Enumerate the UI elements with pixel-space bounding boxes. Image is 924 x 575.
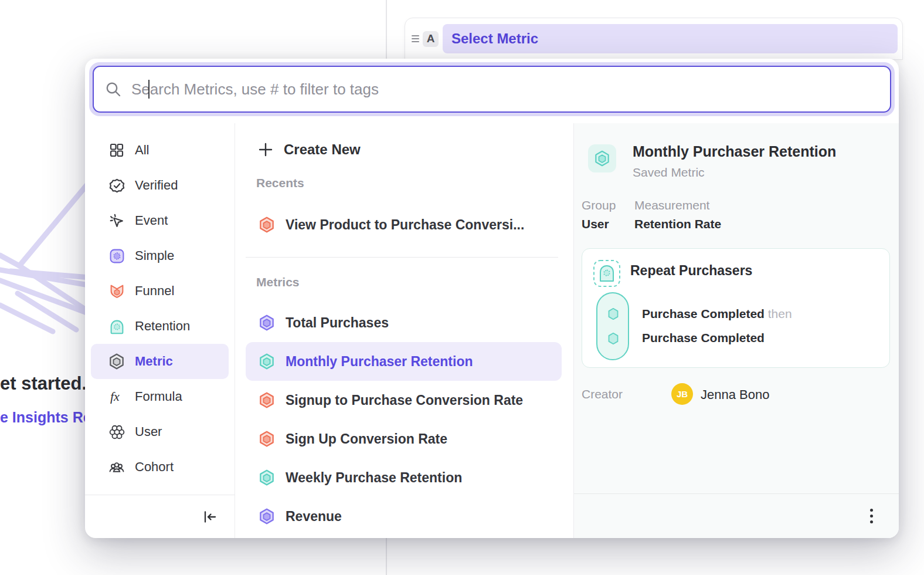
insights-report-link[interactable]: e Insights Re: [0, 409, 91, 426]
sidebar-item-verified[interactable]: Verified: [91, 168, 229, 203]
creator-name: Jenna Bono: [701, 387, 769, 402]
metric-item-total-purchases[interactable]: Total Purchases: [246, 303, 562, 342]
detail-subtitle: Saved Metric: [633, 165, 705, 180]
sidebar-item-label: Simple: [135, 248, 174, 263]
sidebar-item-formula[interactable]: fx Formula: [91, 379, 229, 414]
sidebar-item-label: Funnel: [135, 283, 174, 299]
metric-definition-card: Repeat Purchasers Purchase Completed the…: [582, 248, 890, 368]
sidebar-item-label: User: [135, 424, 162, 439]
select-metric-label: Select Metric: [451, 31, 538, 47]
metric-picker-modal: All Verified Event: [85, 59, 899, 538]
group-label: Group: [582, 198, 616, 212]
plus-icon: [257, 141, 274, 158]
retention-definition-icon: [593, 259, 621, 288]
search-field[interactable]: [93, 66, 891, 113]
metric-hexagon-icon: [257, 352, 276, 371]
metric-hexagon-icon: [257, 507, 276, 526]
metric-item-weekly-purchase-retention[interactable]: Weekly Purchase Retention: [246, 458, 562, 497]
metric-item-monthly-purchaser-retention[interactable]: Monthly Purchaser Retention: [246, 342, 562, 381]
sidebar-item-label: Formula: [135, 389, 182, 404]
sidebar-item-label: Event: [135, 213, 168, 228]
select-metric-button[interactable]: Select Metric: [443, 24, 898, 53]
metric-item-label: Weekly Purchase Retention: [286, 470, 462, 486]
recent-metric-item[interactable]: View Product to Purchase Conversi...: [246, 205, 562, 244]
search-icon: [104, 80, 122, 98]
formula-icon: fx: [108, 388, 125, 405]
event-sequence-capsule: [596, 292, 629, 360]
metric-item-label: Monthly Purchaser Retention: [286, 354, 473, 370]
measurement-value: Retention Rate: [634, 217, 721, 231]
grid-icon: [108, 142, 125, 158]
metric-item-label: Sign Up Conversion Rate: [286, 431, 447, 447]
creator-label: Creator: [582, 387, 623, 401]
recents-section-header: Recents: [256, 176, 573, 194]
metric-item-signup-to-purchase[interactable]: Signup to Purchase Conversion Rate: [246, 381, 562, 420]
sidebar-item-funnel[interactable]: Funnel: [91, 273, 229, 309]
row-letter-badge: A: [423, 31, 439, 47]
svg-text:fx: fx: [110, 389, 120, 404]
metric-hexagon-icon: [257, 313, 276, 332]
query-builder-metric-row: A Select Metric: [405, 18, 903, 60]
simple-metric-icon: [108, 248, 125, 264]
event-hexagon-icon: [606, 306, 621, 322]
user-profiles-icon: [108, 424, 125, 440]
sidebar-item-label: Retention: [135, 319, 190, 334]
measurement-label: Measurement: [634, 198, 709, 212]
sidebar-item-cohort[interactable]: Cohort: [91, 449, 229, 485]
funnel-metric-icon: [108, 283, 125, 299]
metric-hexagon-icon: [257, 429, 276, 448]
definition-step-2: Purchase Completed: [642, 331, 765, 345]
cohort-people-icon: [108, 459, 125, 475]
definition-name: Repeat Purchasers: [630, 263, 752, 279]
create-new-label: Create New: [284, 141, 361, 158]
step-connector: then: [768, 307, 792, 320]
funnel-metric-hexagon-icon: [257, 215, 276, 234]
metric-item-signup-conversion[interactable]: Sign Up Conversion Rate: [246, 420, 562, 458]
metric-detail-panel: Monthly Purchaser Retention Saved Metric…: [573, 123, 899, 538]
sidebar-item-user[interactable]: User: [91, 414, 229, 449]
sidebar-item-simple[interactable]: Simple: [91, 238, 229, 273]
recent-metric-label: View Product to Purchase Conversi...: [286, 217, 524, 233]
cursor-event-icon: [108, 212, 125, 229]
metric-list-column: Create New Recents View Product to Purch…: [235, 123, 573, 538]
metric-item-revenue[interactable]: Revenue: [246, 497, 562, 536]
detail-title: Monthly Purchaser Retention: [633, 143, 836, 160]
category-sidebar: All Verified Event: [85, 123, 235, 538]
sidebar-item-all[interactable]: All: [91, 133, 229, 168]
metric-detail-hexagon-icon: [588, 144, 616, 172]
group-value: User: [582, 217, 609, 231]
sidebar-footer: [85, 495, 235, 538]
sidebar-item-label: All: [135, 143, 149, 158]
create-new-button[interactable]: Create New: [235, 131, 573, 168]
metric-item-label: Signup to Purchase Conversion Rate: [286, 393, 523, 408]
sidebar-item-metric[interactable]: Metric: [91, 344, 229, 379]
metric-hexagon-icon: [257, 468, 276, 487]
collapse-sidebar-icon[interactable]: [202, 509, 218, 525]
definition-step-1: Purchase Completed then: [642, 307, 792, 321]
sidebar-item-retention[interactable]: Retention: [91, 309, 229, 344]
sidebar-item-label: Cohort: [135, 459, 174, 475]
metric-item-label: Revenue: [286, 509, 342, 525]
sidebar-item-label: Metric: [135, 354, 173, 369]
more-options-kebab-icon[interactable]: [867, 505, 877, 527]
retention-metric-icon: [108, 318, 125, 334]
creator-avatar: JB: [671, 383, 693, 405]
metric-item-label: Total Purchases: [286, 315, 389, 331]
sidebar-item-event[interactable]: Event: [91, 203, 229, 238]
text-cursor: [148, 80, 150, 99]
detail-footer: [574, 493, 899, 538]
search-input[interactable]: [131, 72, 890, 107]
metrics-section-header: Metrics: [256, 275, 573, 293]
drag-handle-icon[interactable]: [409, 35, 422, 42]
saved-metric-icon: [108, 353, 125, 370]
metric-hexagon-icon: [257, 391, 276, 410]
search-focus-ring: [89, 62, 895, 116]
event-hexagon-icon: [606, 331, 621, 346]
sidebar-item-label: Verified: [135, 178, 178, 193]
get-started-text: et started.: [0, 373, 87, 394]
verified-badge-icon: [108, 177, 125, 194]
section-divider: [246, 257, 558, 258]
